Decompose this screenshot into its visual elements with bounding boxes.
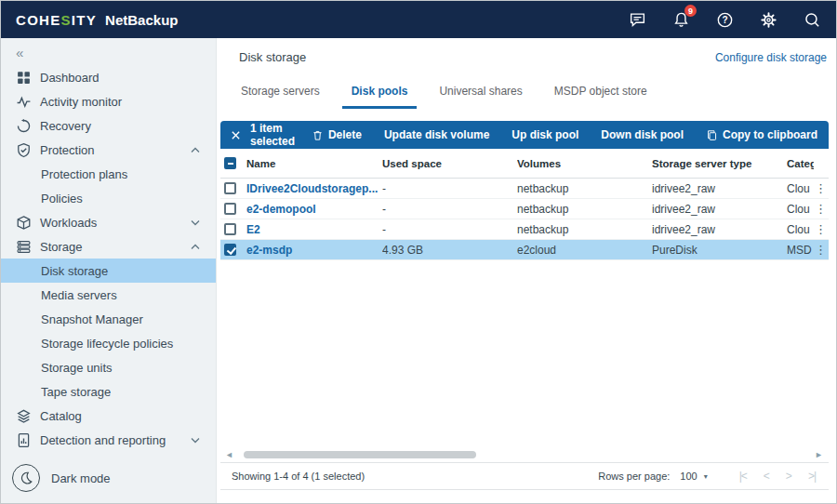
copy-to-clipboard-label: Copy to clipboard	[723, 128, 817, 141]
scrollbar-thumb[interactable]	[244, 451, 476, 458]
row-actions-menu-icon[interactable]: ⋮	[814, 182, 829, 194]
scroll-left-icon[interactable]: ◄	[225, 451, 234, 459]
sidebar-item-activity-monitor[interactable]: Activity monitor	[1, 89, 216, 113]
disk-pool-name-link[interactable]: e2-msdp	[246, 244, 292, 257]
row-checkbox-checked[interactable]	[224, 244, 236, 256]
cell-storage-server-type: idrivee2_raw	[652, 223, 787, 236]
messages-icon[interactable]	[628, 10, 646, 29]
column-header-storage-server-type[interactable]: Storage server type	[652, 158, 787, 169]
tab-msdp-object-store[interactable]: MSDP object store	[545, 79, 657, 109]
rows-per-page-select[interactable]: 100 ▾	[676, 469, 711, 484]
page-title: Disk storage	[239, 50, 306, 64]
column-header-name[interactable]: Name	[246, 158, 382, 169]
up-disk-pool-button[interactable]: Up disk pool	[512, 128, 578, 141]
table-header: Name Used space Volumes Storage server t…	[220, 149, 829, 179]
tab-disk-pools[interactable]: Disk pools	[342, 79, 418, 109]
app-window: COHESITY NetBackup 9 ? «	[0, 0, 837, 504]
row-checkbox[interactable]	[224, 223, 236, 235]
selection-toolbar: 1 item selected Delete Update disk volum…	[220, 121, 829, 149]
dark-mode-button[interactable]	[12, 464, 40, 492]
sidebar-item-tape-storage[interactable]: Tape storage	[1, 379, 216, 404]
sidebar-item-label: Protection	[40, 143, 95, 157]
select-all-checkbox[interactable]	[224, 157, 236, 169]
pager-prev-button[interactable]: <	[764, 470, 769, 483]
up-disk-pool-label: Up disk pool	[512, 128, 578, 141]
sidebar-item-catalog[interactable]: Catalog	[1, 404, 216, 428]
workloads-icon	[16, 215, 32, 231]
moon-icon	[19, 471, 33, 485]
pager-last-button[interactable]: >|	[808, 470, 816, 483]
sidebar-item-recovery[interactable]: Recovery	[1, 113, 216, 138]
copy-to-clipboard-button[interactable]: Copy to clipboard	[706, 128, 817, 141]
disk-pool-name-link[interactable]: E2	[246, 223, 260, 236]
pagination: |< < > >|	[739, 470, 816, 483]
cell-storage-server-type: idrivee2_raw	[652, 182, 787, 195]
down-disk-pool-button[interactable]: Down disk pool	[601, 128, 684, 141]
notifications-bell-icon[interactable]: 9	[671, 10, 690, 29]
row-actions-menu-icon[interactable]: ⋮	[814, 244, 829, 256]
table-row[interactable]: IDrivee2Cloudstoragep... - netbackup idr…	[220, 179, 829, 199]
clear-selection-button[interactable]	[231, 128, 241, 141]
cell-volumes: e2cloud	[517, 244, 652, 257]
update-disk-volume-button[interactable]: Update disk volume	[384, 128, 489, 141]
showing-text: Showing 1-4 of 4 (1 selected)	[232, 471, 365, 482]
table-row[interactable]: E2 - netbackup idrivee2_raw Clou ⋮	[220, 219, 829, 240]
pager-next-button[interactable]: >	[786, 470, 791, 483]
sidebar-item-workloads[interactable]: Workloads	[1, 210, 216, 234]
table-footer: Showing 1-4 of 4 (1 selected) Rows per p…	[220, 462, 829, 490]
row-checkbox[interactable]	[224, 203, 236, 215]
help-icon[interactable]: ?	[715, 10, 734, 29]
cell-category: Clou	[787, 203, 814, 216]
disk-pool-name-link[interactable]: e2-demopool	[246, 203, 316, 216]
table-row-selected[interactable]: e2-msdp 4.93 GB e2cloud PureDisk MSD ⋮	[220, 240, 829, 260]
cell-volumes: netbackup	[517, 223, 652, 236]
pager-first-button[interactable]: |<	[739, 470, 747, 483]
column-header-used-space[interactable]: Used space	[382, 158, 517, 169]
delete-button[interactable]: Delete	[312, 128, 362, 141]
copy-icon	[706, 129, 718, 141]
sidebar-item-protection-plans[interactable]: Protection plans	[1, 162, 216, 186]
sidebar-item-label: Workloads	[40, 216, 97, 230]
sidebar-item-storage-lifecycle-policies[interactable]: Storage lifecycle policies	[1, 331, 216, 355]
recovery-icon	[16, 118, 32, 134]
netbackup-logo: NetBackup	[105, 12, 178, 28]
column-header-category[interactable]: Categ	[787, 158, 814, 169]
sidebar-item-label: Activity monitor	[40, 95, 122, 109]
disk-pool-name-link[interactable]: IDrivee2Cloudstoragep...	[246, 182, 378, 195]
cell-storage-server-type: idrivee2_raw	[652, 203, 787, 216]
table-row[interactable]: e2-demopool - netbackup idrivee2_raw Clo…	[220, 199, 829, 219]
sidebar-item-policies[interactable]: Policies	[1, 186, 216, 210]
rows-per-page-label: Rows per page:	[598, 471, 670, 482]
sidebar-item-protection[interactable]: Protection	[1, 138, 216, 162]
sidebar-item-media-servers[interactable]: Media servers	[1, 283, 216, 307]
main-content: Disk storage Configure disk storage Stor…	[217, 38, 836, 503]
sidebar-item-disk-storage[interactable]: Disk storage	[1, 259, 216, 283]
settings-gear-icon[interactable]	[759, 10, 777, 29]
scroll-right-icon[interactable]: ►	[815, 451, 824, 459]
tab-universal-shares[interactable]: Universal shares	[430, 79, 531, 109]
tab-storage-servers[interactable]: Storage servers	[232, 79, 329, 109]
chevron-down-icon	[191, 219, 200, 226]
search-icon[interactable]	[803, 10, 821, 29]
dark-mode-toggle[interactable]: Dark mode	[1, 457, 216, 503]
cohesity-logo: COHESITY	[16, 12, 97, 28]
sidebar-item-storage-units[interactable]: Storage units	[1, 355, 216, 379]
sidebar-item-snapshot-manager[interactable]: Snapshot Manager	[1, 307, 216, 331]
sidebar-item-dashboard[interactable]: Dashboard	[1, 65, 216, 89]
row-checkbox[interactable]	[224, 182, 236, 194]
column-header-volumes[interactable]: Volumes	[517, 158, 652, 169]
sidebar-item-storage[interactable]: Storage	[1, 234, 216, 259]
sidebar-item-detection-and-reporting[interactable]: Detection and reporting	[1, 428, 216, 452]
chevron-up-icon	[191, 244, 200, 250]
scrollbar-track[interactable]	[238, 451, 811, 458]
sidebar-item-label: Storage units	[41, 361, 113, 375]
cell-category: MSD	[787, 244, 814, 257]
sidebar-collapse-button[interactable]: «	[1, 38, 216, 65]
configure-disk-storage-link[interactable]: Configure disk storage	[715, 51, 827, 64]
chevron-down-icon: ▾	[704, 472, 708, 481]
row-actions-menu-icon[interactable]: ⋮	[814, 223, 829, 235]
dashboard-icon	[16, 70, 32, 86]
row-actions-menu-icon[interactable]: ⋮	[814, 203, 829, 215]
sidebar-item-label: Dashboard	[40, 71, 100, 85]
cohesity-netbackup-logo: COHESITY NetBackup	[16, 12, 178, 28]
